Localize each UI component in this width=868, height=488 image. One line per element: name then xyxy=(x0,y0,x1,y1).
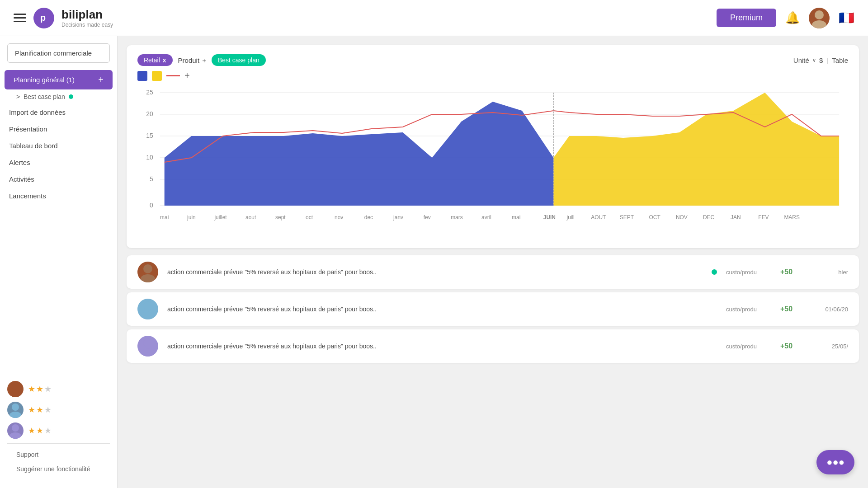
sidebar-title[interactable]: Planification commerciale xyxy=(7,43,110,63)
svg-text:janv: janv xyxy=(393,214,403,221)
header-right: Premium 🔔 🇫🇷 xyxy=(717,8,854,28)
user-avatar[interactable] xyxy=(809,8,830,28)
sidebar-support[interactable]: Support xyxy=(7,447,110,462)
sidebar-item-activites[interactable]: Activités xyxy=(0,171,117,188)
main-layout: Planification commerciale Planning génér… xyxy=(0,36,868,488)
chart-card: Retail x Produit + Best case plan Unité … xyxy=(127,45,859,248)
legend-red-line xyxy=(166,75,180,76)
sidebar-item-alertes[interactable]: Alertes xyxy=(0,154,117,171)
chart-legend: + xyxy=(137,70,848,81)
svg-point-50 xyxy=(143,301,152,310)
unite-label: Unité xyxy=(793,56,809,64)
activity-count-2: +50 xyxy=(780,305,803,313)
activity-text-1: action commerciale prévue "5% reversé au… xyxy=(167,268,703,276)
fab-button[interactable]: ●●● xyxy=(816,450,854,474)
unite-chevron[interactable]: v xyxy=(813,57,816,63)
user-stars-2: ★ ★ ★ xyxy=(28,405,52,415)
svg-point-2 xyxy=(815,10,824,19)
svg-point-3 xyxy=(812,20,826,28)
svg-text:15: 15 xyxy=(146,132,153,139)
svg-text:20: 20 xyxy=(146,110,153,117)
svg-text:mars: mars xyxy=(451,214,463,221)
sidebar-item-presentation[interactable]: Présentation xyxy=(0,121,117,137)
brand-name: biliplan xyxy=(61,8,113,22)
sidebar: Planification commerciale Planning génér… xyxy=(0,36,118,488)
activity-count-3: +50 xyxy=(780,342,803,350)
svg-text:mai: mai xyxy=(512,214,520,221)
retail-close[interactable]: x xyxy=(163,56,166,64)
sidebar-item-lancements[interactable]: Lancements xyxy=(0,188,117,204)
chart-controls: Unité v $ | Table xyxy=(793,56,848,64)
svg-marker-23 xyxy=(553,93,839,206)
sidebar-item-planning[interactable]: Planning général (1) + xyxy=(5,70,113,89)
bell-icon[interactable]: 🔔 xyxy=(785,11,800,25)
activity-date-2: 01/06/20 xyxy=(812,306,848,313)
user-stars-3: ★ ★ ★ xyxy=(28,426,52,436)
user-avatar-1 xyxy=(7,381,24,397)
sidebar-item-bestcase[interactable]: > Best case plan xyxy=(0,89,117,104)
fab-dots: ●●● xyxy=(826,456,844,468)
svg-text:NOV: NOV xyxy=(676,214,688,221)
language-flag[interactable]: 🇫🇷 xyxy=(839,10,854,25)
svg-text:DEC: DEC xyxy=(703,214,715,221)
svg-text:10: 10 xyxy=(146,154,153,161)
svg-text:oct: oct xyxy=(306,214,313,221)
svg-point-53 xyxy=(141,348,155,357)
tag-bestcase[interactable]: Best case plan xyxy=(212,54,266,66)
sidebar-divider xyxy=(7,443,110,444)
svg-point-52 xyxy=(143,338,152,347)
legend-yellow xyxy=(152,71,162,81)
planning-label: Planning général (1) xyxy=(14,76,75,84)
svg-text:25: 25 xyxy=(146,89,153,96)
svg-text:MARS: MARS xyxy=(784,214,799,221)
activity-category-2: custo/produ xyxy=(726,306,771,313)
hamburger-menu[interactable] xyxy=(14,14,26,22)
bestcase-dot xyxy=(69,94,73,99)
svg-text:p: p xyxy=(40,13,46,23)
legend-add[interactable]: + xyxy=(184,70,190,81)
svg-point-8 xyxy=(12,424,19,432)
svg-point-51 xyxy=(141,311,155,319)
sidebar-item-tableau[interactable]: Tableau de bord xyxy=(0,137,117,154)
chart-header: Retail x Produit + Best case plan Unité … xyxy=(137,54,848,66)
premium-button[interactable]: Premium xyxy=(717,9,776,27)
svg-text:juin: juin xyxy=(187,214,196,221)
activity-date-3: 25/05/ xyxy=(812,343,848,350)
svg-text:juillet: juillet xyxy=(214,214,227,221)
svg-text:dec: dec xyxy=(364,214,373,221)
tag-retail[interactable]: Retail x xyxy=(137,54,173,66)
activity-count-1: +50 xyxy=(780,268,803,276)
activity-category-3: custo/produ xyxy=(726,343,771,350)
currency-label: $ xyxy=(819,56,823,64)
chart-svg: 25 20 15 10 5 0 xyxy=(137,84,848,237)
activity-avatar-2 xyxy=(137,299,158,319)
activity-text-3: action commerciale prévue "5% reversé au… xyxy=(167,343,703,350)
activity-dot-1 xyxy=(712,269,717,275)
svg-text:JUIN: JUIN xyxy=(543,214,556,221)
brand-text: biliplan Decisions made easy xyxy=(61,8,113,28)
plus-icon[interactable]: + xyxy=(98,75,104,85)
svg-text:mai: mai xyxy=(160,214,169,221)
sidebar-suggest[interactable]: Suggérer une fonctionalité xyxy=(7,462,110,476)
header: p biliplan Decisions made easy Premium 🔔… xyxy=(0,0,868,36)
table-link[interactable]: Table xyxy=(832,56,848,64)
user-row-2: ★ ★ ★ xyxy=(7,402,110,418)
svg-text:5: 5 xyxy=(150,175,153,183)
svg-point-6 xyxy=(12,404,19,411)
svg-point-49 xyxy=(141,274,155,282)
main-content: Retail x Produit + Best case plan Unité … xyxy=(118,36,868,488)
svg-text:fev: fev xyxy=(424,214,431,221)
tag-produit[interactable]: Produit + xyxy=(178,56,206,64)
user-row-1: ★ ★ ★ xyxy=(7,381,110,397)
sidebar-item-import[interactable]: Import de données xyxy=(0,104,117,121)
svg-text:aout: aout xyxy=(245,214,256,221)
logo-icon: p xyxy=(33,8,54,28)
plus-produit-icon[interactable]: + xyxy=(202,56,206,64)
sidebar-users: ★ ★ ★ ★ ★ ★ ★ xyxy=(0,376,117,481)
activity-date-1: hier xyxy=(812,269,848,276)
user-row-3: ★ ★ ★ xyxy=(7,422,110,439)
svg-point-7 xyxy=(9,412,21,418)
activity-avatar-1 xyxy=(137,262,158,282)
user-avatar-2 xyxy=(7,402,24,418)
svg-text:juill: juill xyxy=(566,214,575,221)
